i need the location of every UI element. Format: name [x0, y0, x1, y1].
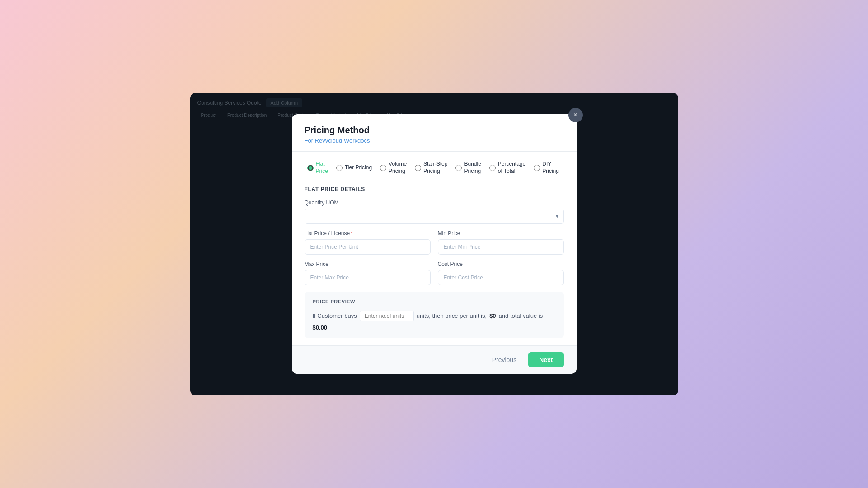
required-star: * [351, 230, 353, 237]
app-background: Consulting Services Quote Add Column Pro… [190, 93, 678, 395]
max-price-group: Max Price [305, 261, 431, 285]
preview-units-input[interactable] [360, 311, 414, 321]
app-window: Consulting Services Quote Add Column Pro… [190, 93, 678, 395]
label-bundle-pricing: BundlePricing [464, 161, 481, 175]
option-tier-pricing[interactable]: Tier Pricing [333, 163, 375, 173]
option-stair-step-pricing[interactable]: Stair-StepPricing [412, 159, 450, 177]
price-preview-text: If Customer buys units, then price per u… [313, 311, 556, 331]
max-price-input[interactable] [305, 270, 431, 285]
min-price-input[interactable] [438, 239, 564, 255]
close-button[interactable]: × [568, 108, 583, 122]
list-price-label: List Price / License * [305, 230, 431, 237]
modal-footer: Previous Next [292, 345, 577, 374]
section-title: FLAT PRICE DETAILS [305, 186, 564, 192]
quantity-uom-label: Quantity UOM [305, 200, 564, 206]
next-button[interactable]: Next [528, 352, 563, 367]
cost-price-label: Cost Price [438, 261, 564, 267]
label-percentage-of-total: Percentageof Total [498, 161, 525, 175]
modal-wrapper: × Pricing Method For Revvcloud Workdocs [292, 114, 577, 373]
min-price-label: Min Price [438, 230, 564, 237]
label-volume-pricing: VolumePricing [389, 161, 407, 175]
radio-tier-pricing[interactable] [336, 165, 343, 171]
radio-diy-pricing[interactable] [534, 165, 540, 171]
option-volume-pricing[interactable]: VolumePricing [377, 159, 409, 177]
max-price-label: Max Price [305, 261, 431, 267]
preview-total-value: $0.00 [313, 324, 328, 331]
modal-overlay: × Pricing Method For Revvcloud Workdocs [190, 93, 678, 395]
radio-bundle-pricing[interactable] [455, 165, 462, 171]
modal-subtitle: For Revvcloud Workdocs [305, 137, 564, 144]
label-flat-price: FlatPrice [316, 161, 328, 175]
preview-text-before: If Customer buys [313, 312, 357, 319]
price-row-2: Max Price Cost Price [305, 261, 564, 285]
min-price-group: Min Price [438, 230, 564, 255]
quantity-uom-group: Quantity UOM [305, 200, 564, 224]
option-bundle-pricing[interactable]: BundlePricing [453, 159, 483, 177]
radio-volume-pricing[interactable] [380, 165, 386, 171]
modal-body: FlatPrice Tier Pricing VolumePricing [292, 152, 577, 345]
price-preview-title: PRICE PREVIEW [313, 299, 556, 304]
quantity-uom-select-wrapper [305, 209, 564, 224]
quantity-uom-select[interactable] [305, 209, 564, 224]
preview-text-end: and total value is [499, 312, 543, 319]
close-icon: × [573, 111, 577, 119]
label-tier-pricing: Tier Pricing [345, 164, 372, 172]
label-stair-step-pricing: Stair-StepPricing [423, 161, 447, 175]
radio-stair-step-pricing[interactable] [415, 165, 421, 171]
previous-button[interactable]: Previous [486, 353, 523, 367]
list-price-group: List Price / License * [305, 230, 431, 255]
price-row-1: List Price / License * Min Price [305, 230, 564, 255]
modal-header: Pricing Method For Revvcloud Workdocs [292, 114, 577, 152]
preview-text-middle: units, then price per unit is, [417, 312, 487, 319]
option-diy-pricing[interactable]: DIYPricing [531, 159, 562, 177]
price-preview-section: PRICE PREVIEW If Customer buys units, th… [305, 292, 564, 338]
pricing-options-group: FlatPrice Tier Pricing VolumePricing [305, 159, 564, 177]
list-price-input[interactable] [305, 239, 431, 255]
radio-flat-price[interactable] [307, 165, 314, 171]
cost-price-input[interactable] [438, 270, 564, 285]
option-flat-price[interactable]: FlatPrice [305, 159, 331, 177]
pricing-method-modal: Pricing Method For Revvcloud Workdocs Fl… [292, 114, 577, 373]
option-percentage-of-total[interactable]: Percentageof Total [487, 159, 528, 177]
cost-price-group: Cost Price [438, 261, 564, 285]
preview-price-per-unit: $0 [489, 312, 496, 319]
modal-title: Pricing Method [305, 125, 564, 135]
radio-percentage-of-total[interactable] [489, 165, 496, 171]
label-diy-pricing: DIYPricing [542, 161, 559, 175]
